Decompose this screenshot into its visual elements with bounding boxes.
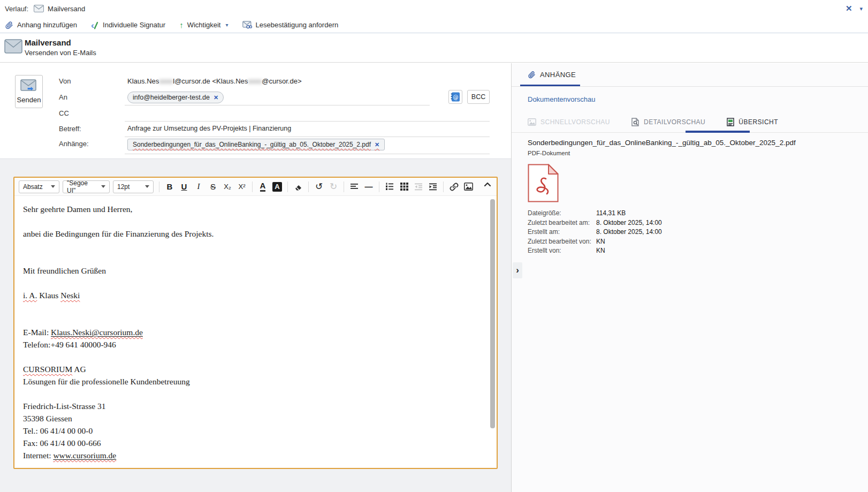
clear-formatting-icon[interactable] [292,180,304,194]
editor-toolbar: Absatz "Segoe UI" 12pt B U I S X₂ X² A A… [14,178,497,196]
insert-image-icon[interactable] [462,180,475,194]
body-line: Sehr geehrte Damen und Herren, [23,203,481,215]
toolbar-divider [379,181,379,192]
font-color-icon[interactable]: A [260,181,266,192]
body-line: Telefon:+49 641 40000-946 [23,338,481,351]
preview-subtabs: SCHNELLVORSCHAU DETAILVORSCHAU ÜBERSICHT [528,118,778,126]
attachment-chip[interactable]: Sonderbedingungen_für_das_OnlineBanking_… [127,139,385,150]
paragraph-format-select[interactable]: Absatz [19,180,59,193]
superscript-icon[interactable]: X² [235,180,248,194]
image-preview-icon [528,118,536,126]
body-line: Internet: www.cursorium.de [23,449,481,461]
body-line: Mit freundlichen Grüßen [23,264,481,277]
subtab-detailvorschau-label: DETAILVORSCHAU [644,118,705,126]
subtab-detailvorschau[interactable]: DETAILVORSCHAU [631,118,705,126]
file-detail-label: Zuletzt bearbeitet am: [528,218,596,228]
read-receipt-button[interactable]: Lesebestätigung anfordern [242,21,339,29]
collapse-toolbar-icon[interactable] [484,182,491,187]
attachment-file-name: Sonderbedingungen_für_das_OnlineBanking_… [528,139,796,147]
subtab-uebersicht-label: ÜBERSICHT [738,118,778,126]
toolbar-divider [344,181,344,192]
underline-icon[interactable]: U [178,180,191,194]
importance-button[interactable]: ↑ Wichtigkeit ▾ [179,21,228,29]
body-line [23,240,481,252]
to-row: An info@heidelberger-test.de ✕ [0,91,511,105]
compose-area: Senden Von Klaus.Nesxxxxl@cursor.de <Kla… [0,63,511,492]
close-icon[interactable]: ✕ [846,4,852,13]
file-detail-row: Erstellt am:8. Oktober 2025, 14:00 [528,228,662,237]
page-header: Mailversand Versenden von E-Mails [0,34,868,63]
body-line: Tel.: 06 41/4 00 00-0 [23,425,481,437]
document-overview-icon [727,118,734,126]
window-menu-caret-icon[interactable]: ▾ [859,5,863,12]
email-body-editor: Absatz "Segoe UI" 12pt B U I S X₂ X² A A… [13,177,498,469]
file-detail-label: Erstellt am: [528,228,596,237]
body-line: 35398 Giessen [23,412,481,425]
insert-link-icon[interactable] [447,180,460,194]
panel-collapse-handle[interactable]: › [513,262,522,278]
highlight-color-icon[interactable]: A [272,182,282,192]
file-detail-label: Erstellt von: [528,246,596,256]
font-family-select[interactable]: "Segoe UI" [63,180,110,193]
body-line: E-Mail: Klaus.Neski@cursorium.de [23,326,481,338]
table-icon[interactable] [398,180,410,194]
from-label: Von [59,77,71,85]
history-item-mailversand[interactable]: Mailversand [34,5,85,13]
editor-body-text[interactable]: Sehr geehrte Damen und Herren, anbei die… [14,196,489,468]
horizontal-rule-icon[interactable]: — [362,180,375,194]
individual-signature-button[interactable]: Individuelle Signatur [91,21,165,29]
bold-icon[interactable]: B [163,180,176,194]
undo-icon[interactable]: ↺ [313,180,325,194]
to-field[interactable]: info@heidelberger-test.de ✕ [127,92,224,103]
mail-action-toolbar: Anhang hinzufügen Individuelle Signatur … [0,17,868,33]
remove-attachment-icon[interactable]: ✕ [375,141,379,148]
document-preview-link[interactable]: Dokumentenvorschau [528,95,595,103]
font-family-value: "Segoe UI" [67,179,97,194]
file-detail-value: KN [596,246,605,256]
mail-form: Senden Von Klaus.Nesxxxxl@cursor.de <Kla… [0,63,511,159]
body-line: Fax: 06 41/4 00 00-666 [23,437,481,449]
toolbar-divider [252,181,253,192]
body-line [23,277,481,289]
attachments-panel: › ANHÄNGE Dokumentenvorschau SCHNELLVORS… [511,63,868,492]
subject-field[interactable]: Anfrage zur Umsetzung des PV-Projekts | … [127,125,291,132]
importance-caret-icon: ▾ [225,22,228,28]
ordered-list-icon[interactable] [383,180,396,194]
font-size-select[interactable]: 12pt [113,180,154,193]
body-line [23,215,481,228]
file-detail-row: Zuletzt bearbeitet am:8. Oktober 2025, 1… [528,218,662,228]
indent-icon[interactable] [427,180,439,194]
add-attachment-button[interactable]: Anhang hinzufügen [5,21,77,29]
bcc-button[interactable]: BCC [467,90,490,104]
align-icon[interactable] [348,180,361,194]
body-line: anbei die Bedingungen für die Finanzieru… [23,228,481,240]
to-recipient-chip[interactable]: info@heidelberger-test.de ✕ [127,92,224,103]
outdent-icon[interactable] [412,180,425,194]
redo-icon[interactable]: ↻ [327,180,340,194]
svg-text:@: @ [453,94,459,100]
subscript-icon[interactable]: X₂ [221,180,234,194]
body-line: i. A. Klaus Neski [23,289,481,301]
remove-recipient-icon[interactable]: ✕ [214,94,218,101]
editor-scrollbar[interactable] [490,199,495,428]
attachments-field[interactable]: Sonderbedingungen_für_das_OnlineBanking_… [127,139,385,150]
toolbar-divider [159,181,159,192]
select-caret-icon [51,185,55,188]
redacted-text: xxxx [248,77,262,85]
active-subtab-indicator [686,131,750,133]
tab-anhaenge[interactable]: ANHÄNGE [528,71,576,79]
subtab-uebersicht[interactable]: ÜBERSICHT [727,118,778,126]
envelope-icon [34,5,44,12]
add-attachment-label: Anhang hinzufügen [17,21,77,29]
body-line [23,252,481,264]
address-book-button[interactable]: @ [448,90,462,104]
strikethrough-icon[interactable]: S [207,180,219,194]
file-detail-label: Dateigröße: [528,209,596,218]
body-line: Lösungen für die professionelle Kundenbe… [23,375,481,388]
file-detail-row: Dateigröße:114,31 KB [528,209,662,218]
history-item-label: Mailversand [48,5,85,13]
toolbar-divider [287,181,288,192]
cc-label: CC [59,109,69,117]
subtab-schnellvorschau[interactable]: SCHNELLVORSCHAU [528,118,610,126]
italic-icon[interactable]: I [192,180,205,194]
